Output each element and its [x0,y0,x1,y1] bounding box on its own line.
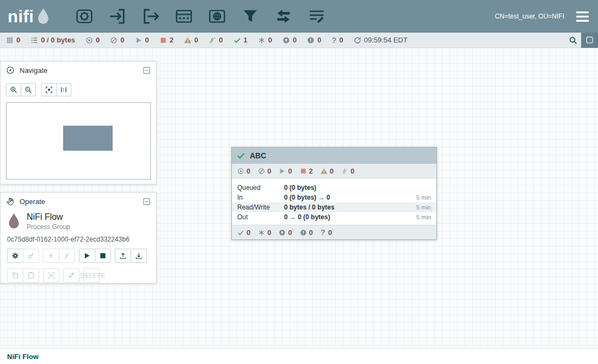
clipboard-group [7,268,39,282]
stat-stopped: 2 [159,36,174,44]
output-port-icon[interactable] [141,7,160,26]
active-threads-count: 0 [16,36,20,44]
upload-template-icon [119,252,127,260]
access-policies-button[interactable] [23,249,39,263]
paste-button[interactable] [23,268,39,282]
search-icon [569,36,577,45]
locally-modified-count: 0 [268,36,272,44]
processor-icon[interactable] [75,7,94,26]
fill-color-button[interactable] [63,268,79,282]
nifi-logo[interactable]: nifi [8,8,50,26]
disabled-icon [208,36,216,44]
zoom-in-button[interactable] [6,83,21,96]
pg-not-transmitting-count: 0 [267,167,271,175]
group-button[interactable] [43,268,59,282]
metric-label: In [237,194,284,201]
process-group-version-footer: 0 0 0 0 ? 0 [232,225,436,239]
bolt-icon [47,252,55,260]
zoom-in-icon [10,86,17,94]
transmitting-count: 0 [96,36,100,44]
stale-icon [282,36,290,44]
running-count: 0 [145,36,149,44]
pg-footer-up-to-date: 0 [237,229,250,237]
statusbar-right [565,33,598,47]
not-transmitting-icon [258,168,265,175]
zoom-fit-button[interactable] [41,83,57,96]
zoom-out-button[interactable] [21,83,36,96]
breadcrumb-root[interactable]: NiFi Flow [7,353,39,361]
metric-row-in: In 0 (0 bytes) → 0 5 min [232,193,436,202]
locally-modified-stale-icon [307,36,315,44]
operate-toolbar-row-2: DELETE [1,263,156,282]
running-icon [135,36,143,44]
funnel-icon[interactable] [241,7,260,26]
create-template-button[interactable] [131,249,147,263]
birdseye-minimap[interactable] [6,102,151,180]
refresh-icon[interactable] [354,36,361,44]
pg-running-count: 0 [288,167,292,175]
template-icon[interactable] [274,7,293,26]
pg-sync-failure-count: 0 [328,229,332,237]
stat-queued: 0 / 0 bytes [30,36,75,44]
process-group-icon[interactable] [175,7,193,26]
pg-footer-stale: 0 [279,229,292,237]
collapse-operate-icon[interactable] [143,198,151,206]
sync-failure-icon: ? [320,229,325,236]
label-icon[interactable] [307,7,326,26]
gear-icon [11,252,19,260]
search-button[interactable] [565,33,581,48]
navigate-panel-header: Navigate [1,61,156,79]
operate-selected-component: NiFi Flow Process Group [1,210,156,231]
invalid-icon [184,36,192,44]
current-user: CN=test_user, OU=NIFI [495,13,564,20]
delete-button[interactable]: DELETE [83,268,100,282]
operate-flow-name: NiFi Flow [27,212,70,222]
pg-transmitting-count: 0 [246,167,250,175]
configuration-button[interactable] [7,249,23,263]
invalid-icon [320,168,328,175]
minimap-component-rect[interactable] [63,126,113,151]
sync-failure-icon: ? [331,36,336,44]
bulletin-board-icon [585,36,594,44]
transmitting-icon [237,168,244,175]
process-group-name: ABC [250,151,266,160]
stat-locally-modified-stale: 0 [307,36,321,44]
pg-stat-disabled: 0 [341,167,354,175]
copy-button[interactable] [7,268,23,282]
flow-status-bar: 0 0 / 0 bytes 0 0 0 2 0 0 [0,33,598,48]
upload-template-button[interactable] [115,249,131,263]
pg-footer-locally-modified: 0 [258,229,271,237]
paste-icon [27,272,35,279]
brush-icon [67,272,75,279]
nifi-logo-text: nifi [8,8,34,25]
pg-stat-transmitting: 0 [237,167,250,175]
bulletin-board-button[interactable] [581,33,598,48]
stat-locally-modified: 0 [258,36,272,44]
input-port-icon[interactable] [108,7,127,26]
collapse-navigate-icon[interactable] [143,66,151,75]
disabled-icon [341,168,348,175]
breadcrumb-bar: NiFi Flow [0,348,598,364]
stat-disabled: 0 [208,36,223,44]
remote-process-group-icon[interactable] [208,7,226,26]
stale-icon [279,229,286,236]
flow-canvas[interactable]: Navigate [0,48,598,348]
stop-icon [99,252,107,260]
stopped-icon [159,36,167,44]
pg-stat-not-transmitting: 0 [258,167,271,175]
enable-button[interactable] [43,249,59,263]
stopped-icon [300,168,307,175]
transmitting-icon [85,36,93,44]
global-menu-icon[interactable] [575,11,590,22]
actual-size-icon [60,86,67,94]
process-group-abc[interactable]: ABC 0 0 0 2 0 [231,147,437,240]
zoom-actual-size-button[interactable] [56,83,71,96]
stopped-count: 2 [170,36,174,44]
start-button[interactable] [79,249,95,263]
metric-value: 0 (0 bytes) [284,184,431,192]
process-group-header: ABC [232,147,436,164]
operate-flow-id: 0c75d8df-0162-1000-ef72-2ecd332243b6 [1,231,156,243]
stop-button[interactable] [95,249,111,263]
stat-invalid: 0 [184,36,198,44]
disable-button[interactable] [59,249,75,263]
